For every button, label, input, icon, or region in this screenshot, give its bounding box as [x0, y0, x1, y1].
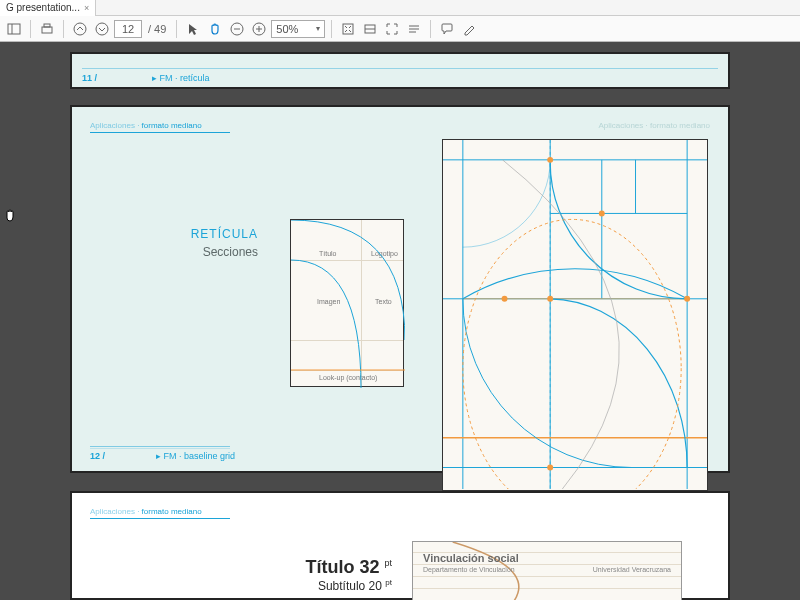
page-total-label: / 49 — [144, 23, 170, 35]
page-down-icon[interactable] — [92, 19, 112, 39]
page-up-icon[interactable] — [70, 19, 90, 39]
golden-spiral-svg — [443, 140, 707, 489]
page-number-label: 11 / — [82, 73, 97, 83]
svg-point-33 — [547, 295, 553, 301]
page-scroller: 11 / ▸ FM · retícula Aplicaciones · form… — [0, 42, 800, 600]
unit-label: pt — [384, 558, 392, 568]
sample-headline: Vinculación social — [423, 552, 519, 564]
divider — [90, 448, 230, 449]
sample-subhead: Departamento de Vinculación — [423, 566, 515, 573]
breadcrumb-current: formato mediano — [142, 121, 202, 130]
svg-rect-2 — [42, 27, 52, 33]
zoom-value: 50% — [276, 21, 298, 37]
title-spec-main: Título 32 pt — [252, 557, 392, 578]
unit-label: pt — [385, 578, 392, 587]
tab-title: G presentation... — [6, 0, 80, 16]
separator — [331, 20, 332, 38]
zoom-in-icon[interactable] — [249, 19, 269, 39]
layout-thumbnail: Título Logotipo Imagen Texto Look-up (co… — [290, 219, 404, 387]
document-tab[interactable]: G presentation... × — [0, 0, 96, 16]
breadcrumb-group: Aplicaciones · — [90, 507, 142, 516]
separator — [30, 20, 31, 38]
chevron-down-icon: ▾ — [316, 21, 320, 37]
fit-width-icon[interactable] — [360, 19, 380, 39]
document-viewport[interactable]: 11 / ▸ FM · retícula Aplicaciones · form… — [0, 42, 800, 600]
svg-point-4 — [74, 23, 86, 35]
pointer-tool-icon[interactable] — [183, 19, 203, 39]
page-number-input[interactable]: 12 — [114, 20, 142, 38]
svg-rect-0 — [8, 24, 20, 34]
hand-tool-icon[interactable] — [205, 19, 225, 39]
section-link[interactable]: ▸ FM · retícula — [152, 73, 210, 83]
toolbar: 12 / 49 50% ▾ — [0, 16, 800, 42]
breadcrumb-ghost: Aplicaciones · formato mediano — [598, 121, 710, 130]
separator — [176, 20, 177, 38]
page-11-sliver: 11 / ▸ FM · retícula — [70, 52, 730, 89]
separator — [430, 20, 431, 38]
page-13-partial: Aplicaciones · formato mediano Título 32… — [70, 491, 730, 600]
svg-point-32 — [684, 295, 690, 301]
comment-icon[interactable] — [437, 19, 457, 39]
tab-bar: G presentation... × — [0, 0, 800, 16]
page-12: Aplicaciones · formato mediano Aplicacio… — [70, 105, 730, 473]
svg-point-31 — [547, 157, 553, 163]
section-link[interactable]: ▸ FM · baseline grid — [156, 451, 235, 461]
sample-card: Vinculación social Departamento de Vincu… — [412, 541, 682, 600]
fit-page-icon[interactable] — [338, 19, 358, 39]
zoom-out-icon[interactable] — [227, 19, 247, 39]
svg-point-35 — [599, 210, 605, 216]
thumbnail-curves — [291, 220, 405, 388]
sample-org: Universidad Veracruzana — [593, 566, 671, 573]
divider — [82, 68, 718, 69]
breadcrumb-current: formato mediano — [142, 507, 202, 516]
zoom-select[interactable]: 50% ▾ — [271, 20, 325, 38]
title-spec-sub: Subtítulo 20 pt — [252, 578, 392, 593]
svg-rect-11 — [343, 24, 353, 34]
golden-ratio-figure — [442, 139, 708, 491]
separator — [63, 20, 64, 38]
title-spec-main-text: Título 32 — [305, 557, 379, 577]
sign-icon[interactable] — [459, 19, 479, 39]
title-spec-sub-text: Subtítulo 20 — [318, 579, 382, 593]
svg-point-36 — [547, 464, 553, 470]
page-number-label: 12 / — [90, 451, 105, 461]
heading-secciones: Secciones — [168, 245, 258, 259]
breadcrumb: Aplicaciones · formato mediano — [90, 507, 230, 519]
close-icon[interactable]: × — [84, 0, 89, 16]
reflow-icon[interactable] — [404, 19, 424, 39]
svg-point-30 — [463, 219, 681, 489]
svg-rect-3 — [44, 24, 50, 27]
section-heading: RETÍCULA Secciones — [168, 227, 258, 259]
svg-point-34 — [502, 295, 508, 301]
breadcrumb: Aplicaciones · formato mediano — [90, 121, 230, 133]
heading-reticula: RETÍCULA — [168, 227, 258, 241]
full-screen-icon[interactable] — [382, 19, 402, 39]
typography-spec: Título 32 pt Subtítulo 20 pt — [252, 557, 392, 593]
divider — [90, 446, 230, 447]
sidebar-toggle-icon[interactable] — [4, 19, 24, 39]
print-icon[interactable] — [37, 19, 57, 39]
svg-point-5 — [96, 23, 108, 35]
breadcrumb-group: Aplicaciones · — [90, 121, 142, 130]
